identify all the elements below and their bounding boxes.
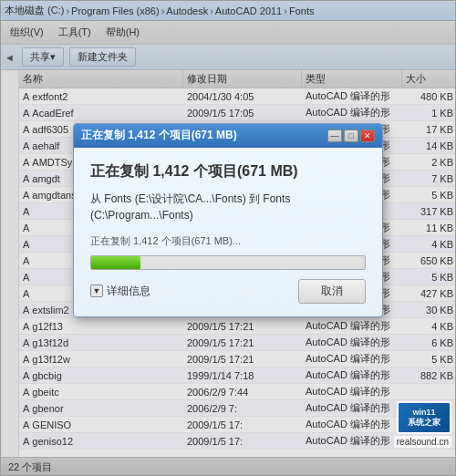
minimize-button[interactable]: — <box>327 129 342 142</box>
copy-dialog: 正在复制 1,412 个项目(671 MB) — □ ✕ 正在复制 1,412 … <box>73 123 383 317</box>
progress-bar <box>90 255 366 270</box>
dialog-sub-text: 从 Fonts (E:\设计院\CA...\Fonts) 到 Fonts (C:… <box>90 191 366 223</box>
dialog-overlay: 正在复制 1,412 个项目(671 MB) — □ ✕ 正在复制 1,412 … <box>1 1 455 475</box>
close-button[interactable]: ✕ <box>360 129 375 142</box>
restore-button[interactable]: □ <box>344 129 358 142</box>
explorer-window: 本地磁盘 (C:) › Program Files (x86) › Autode… <box>0 0 456 476</box>
watermark-site: realsound.cn <box>394 436 451 448</box>
watermark-logo: win11系统之家 <box>397 401 451 434</box>
watermark-logo-text: win11系统之家 <box>408 408 440 428</box>
dialog-title: 正在复制 1,412 个项目(671 MB) <box>81 128 237 143</box>
dialog-title-bar: 正在复制 1,412 个项目(671 MB) — □ ✕ <box>74 124 382 148</box>
details-arrow-icon: ▼ <box>90 285 103 297</box>
dialog-controls: — □ ✕ <box>327 129 375 142</box>
progress-bar-fill <box>91 256 140 269</box>
dialog-main-text: 正在复制 1,412 个项目(671 MB) <box>90 162 366 181</box>
cancel-button[interactable]: 取消 <box>298 279 366 304</box>
dialog-footer: ▼ 详细信息 取消 <box>90 279 366 304</box>
details-label: 详细信息 <box>107 284 150 299</box>
details-toggle[interactable]: ▼ 详细信息 <box>90 284 150 299</box>
watermark: win11系统之家 realsound.cn <box>394 401 451 448</box>
dialog-body: 正在复制 1,412 个项目(671 MB) 从 Fonts (E:\设计院\C… <box>74 148 382 316</box>
dialog-progress-label: 正在复制 1,412 个项目(671 MB)... <box>90 234 366 248</box>
